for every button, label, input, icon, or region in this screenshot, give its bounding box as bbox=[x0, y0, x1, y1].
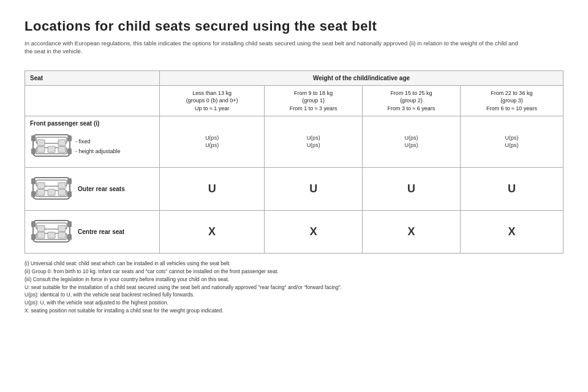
svg-rect-22 bbox=[31, 191, 36, 197]
weight-header: Weight of the child/indicative age bbox=[160, 70, 564, 85]
table-row-front: Front passenger seat (i) - fixed- height… bbox=[25, 116, 564, 168]
svg-rect-27 bbox=[37, 225, 45, 232]
svg-rect-15 bbox=[37, 183, 45, 189]
svg-rect-16 bbox=[58, 183, 66, 189]
table-row-outer-rear: Outer rear seats UUUU bbox=[25, 168, 564, 211]
cell-front-col1: U(ps)U(ps) bbox=[265, 116, 363, 168]
page-title: Locations for child seats secured using … bbox=[24, 18, 564, 34]
svg-rect-7 bbox=[58, 146, 66, 153]
footnote-6: X: seating position not suitable for ins… bbox=[24, 307, 564, 315]
cell-front-col3: U(ps)U(ps) bbox=[460, 116, 563, 168]
cell-front-col2: U(ps)U(ps) bbox=[363, 116, 461, 168]
svg-rect-35 bbox=[67, 234, 72, 240]
table-row-centre-rear: Centre rear seat XXXX bbox=[25, 211, 564, 254]
svg-rect-3 bbox=[37, 140, 45, 146]
svg-rect-29 bbox=[37, 232, 45, 238]
seat-cell-centre-rear: Centre rear seat bbox=[25, 211, 160, 254]
seat-column-header: Seat bbox=[25, 70, 160, 85]
svg-rect-11 bbox=[67, 148, 72, 154]
svg-rect-19 bbox=[58, 189, 66, 195]
svg-rect-17 bbox=[37, 189, 45, 195]
svg-rect-9 bbox=[67, 135, 72, 141]
svg-rect-10 bbox=[31, 148, 36, 154]
svg-rect-23 bbox=[67, 191, 72, 197]
svg-rect-34 bbox=[31, 234, 36, 240]
col-header-2: From 15 to 25 kg (group 2) From 3 to ≈ 6… bbox=[363, 85, 461, 116]
cell-centre-rear-col1: X bbox=[265, 211, 363, 254]
svg-rect-5 bbox=[37, 146, 45, 153]
footnotes-section: (i) Universal child seat: child seat whi… bbox=[24, 260, 564, 314]
svg-rect-33 bbox=[67, 221, 72, 227]
cell-centre-rear-col2: X bbox=[363, 211, 461, 254]
svg-rect-21 bbox=[67, 178, 72, 184]
svg-rect-4 bbox=[58, 140, 66, 146]
seat-cell-front: Front passenger seat (i) - fixed- height… bbox=[25, 116, 160, 168]
svg-rect-28 bbox=[58, 225, 66, 232]
page-subtitle: In accordance with European regulations,… bbox=[24, 39, 527, 56]
col-header-0: Less than 13 kg (groups 0 (b) and 0+) Up… bbox=[160, 85, 265, 116]
cell-outer-rear-col2: U bbox=[363, 168, 461, 211]
svg-rect-30 bbox=[48, 232, 55, 238]
seat-subheader bbox=[25, 85, 160, 116]
footnote-4: U(ps): identical to U, with the vehicle … bbox=[24, 291, 564, 299]
svg-rect-31 bbox=[58, 232, 66, 238]
cell-outer-rear-col0: U bbox=[160, 168, 265, 211]
svg-rect-18 bbox=[48, 189, 55, 195]
cell-centre-rear-col0: X bbox=[160, 211, 265, 254]
svg-rect-8 bbox=[31, 135, 36, 141]
footnote-5: U(ps): U, with the vehicle seat adjusted… bbox=[24, 299, 564, 307]
svg-rect-32 bbox=[31, 221, 36, 227]
seat-cell-outer-rear: Outer rear seats bbox=[25, 168, 160, 211]
cell-front-col0: U(ps)U(ps) bbox=[160, 116, 265, 168]
child-seat-table: Seat Weight of the child/indicative age … bbox=[24, 70, 564, 254]
svg-rect-6 bbox=[48, 146, 55, 153]
footnote-2: (iii) Consult the legislation in force i… bbox=[24, 276, 564, 284]
col-header-1: From 9 to 18 kg (group 1) From 1 to ≈ 3 … bbox=[265, 85, 363, 116]
col-header-3: From 22 to 36 kg (group 3) From 6 to ≈ 1… bbox=[460, 85, 563, 116]
footnote-1: (ii) Group 0: from birth to 10 kg. Infan… bbox=[24, 268, 564, 276]
cell-outer-rear-col1: U bbox=[265, 168, 363, 211]
cell-outer-rear-col3: U bbox=[460, 168, 563, 211]
footnote-3: U: seat suitable for the installation of… bbox=[24, 284, 564, 292]
cell-centre-rear-col3: X bbox=[460, 211, 563, 254]
svg-rect-20 bbox=[31, 178, 36, 184]
footnote-0: (i) Universal child seat: child seat whi… bbox=[24, 260, 564, 268]
